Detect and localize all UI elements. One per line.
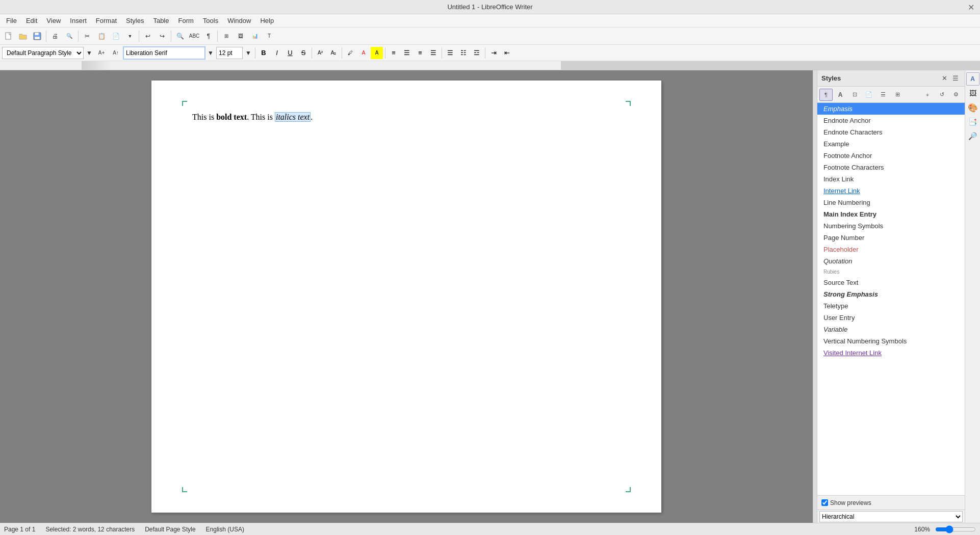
- document-area[interactable]: This is bold text. This is italics text.: [0, 70, 813, 523]
- open-button[interactable]: [16, 30, 30, 43]
- style-list-item[interactable]: Footnote Anchor: [817, 150, 965, 162]
- bold-button[interactable]: B: [257, 47, 270, 59]
- style-list-item[interactable]: Variable: [817, 324, 965, 335]
- style-combo-arrow[interactable]: ▼: [85, 46, 94, 60]
- styles-list[interactable]: EmphasisEndnote AnchorEndnote Characters…: [817, 103, 965, 495]
- style-list-item[interactable]: Endnote Anchor: [817, 115, 965, 126]
- find-button[interactable]: 🔍: [173, 30, 187, 43]
- style-list-item[interactable]: Example: [817, 138, 965, 150]
- outline-button[interactable]: ☲: [471, 47, 483, 59]
- update-style-button[interactable]: ↺: [935, 89, 948, 101]
- styles-menu-button[interactable]: ☰: [950, 73, 961, 84]
- font-combo-arrow[interactable]: ▼: [206, 46, 215, 60]
- style-list-item[interactable]: Internet Link: [817, 185, 965, 197]
- superscript-button[interactable]: A²: [314, 47, 326, 59]
- style-list-item[interactable]: Source Text: [817, 277, 965, 288]
- increase-indent-button[interactable]: ⇥: [487, 47, 500, 59]
- style-list-item[interactable]: Teletype: [817, 300, 965, 312]
- styles-close-button[interactable]: ✕: [939, 73, 949, 84]
- list-styles-button[interactable]: ☰: [876, 89, 890, 101]
- style-list-item[interactable]: Page Number: [817, 232, 965, 244]
- zoom-slider[interactable]: [935, 525, 976, 533]
- styles-settings-button[interactable]: ⚙: [949, 89, 963, 101]
- page-styles-button[interactable]: 📄: [862, 89, 875, 101]
- menu-window[interactable]: Window: [223, 16, 255, 25]
- style-list-item[interactable]: Line Numbering: [817, 197, 965, 208]
- insert-chart-button[interactable]: 📊: [248, 30, 262, 43]
- style-list-item[interactable]: Placeholder: [817, 244, 965, 255]
- style-list-item[interactable]: User Entry: [817, 312, 965, 324]
- char-highlight-button[interactable]: 🖊: [344, 47, 356, 59]
- gallery-button[interactable]: 🖼: [966, 87, 979, 100]
- style-list-item[interactable]: Index Link: [817, 173, 965, 185]
- font-size-input[interactable]: [216, 47, 243, 59]
- document-paragraph[interactable]: This is bold text. This is italics text.: [192, 111, 621, 123]
- style-list-item[interactable]: Rubies: [817, 267, 965, 277]
- paste-button[interactable]: 📄: [109, 30, 122, 43]
- decrease-indent-button[interactable]: ⇤: [501, 47, 513, 59]
- panel-divider[interactable]: [813, 70, 817, 523]
- style-list-item[interactable]: Emphasis: [817, 103, 965, 115]
- char-styles-button[interactable]: A: [834, 89, 847, 101]
- paste-options-button[interactable]: ▼: [123, 30, 137, 43]
- highlight-button[interactable]: A: [371, 47, 383, 59]
- print-button[interactable]: 🖨: [48, 30, 62, 43]
- styles-sidebar-button[interactable]: A: [966, 72, 979, 86]
- menu-view[interactable]: View: [42, 16, 65, 25]
- new-button[interactable]: [2, 30, 15, 43]
- list-unordered-button[interactable]: ☰: [444, 47, 456, 59]
- align-right-button[interactable]: ≡: [414, 47, 426, 59]
- format-marks-button[interactable]: ¶: [202, 30, 215, 43]
- style-list-item[interactable]: Footnote Characters: [817, 162, 965, 173]
- menu-form[interactable]: Form: [174, 16, 197, 25]
- styles-category-dropdown[interactable]: Hierarchical: [819, 511, 963, 522]
- menu-table[interactable]: Table: [149, 16, 173, 25]
- size-combo-arrow[interactable]: ▼: [244, 46, 253, 60]
- strikethrough-button[interactable]: S: [297, 47, 310, 59]
- list-ordered-button[interactable]: ☷: [457, 47, 470, 59]
- preview-button[interactable]: 🔍: [63, 30, 76, 43]
- style-list-item[interactable]: Vertical Numbering Symbols: [817, 335, 965, 347]
- menu-format[interactable]: Format: [92, 16, 121, 25]
- font-name-input[interactable]: [123, 47, 205, 59]
- new-style-button[interactable]: A+: [95, 46, 108, 60]
- style-list-item[interactable]: Strong Emphasis: [817, 288, 965, 300]
- undo-button[interactable]: ↩: [141, 30, 154, 43]
- table-styles-button[interactable]: ⊞: [891, 89, 904, 101]
- save-button[interactable]: [31, 30, 44, 43]
- align-center-button[interactable]: ☰: [401, 47, 413, 59]
- color-picker-button[interactable]: 🎨: [966, 101, 979, 114]
- frame-styles-button[interactable]: ⊡: [848, 89, 861, 101]
- insert-textbox-button[interactable]: T: [263, 30, 276, 43]
- close-button[interactable]: ✕: [966, 2, 976, 12]
- spellcheck-button[interactable]: ABC: [188, 30, 201, 43]
- style-list-item[interactable]: Visited Internet Link: [817, 347, 965, 359]
- navigator-button[interactable]: 📑: [966, 115, 979, 128]
- italic-button[interactable]: I: [271, 47, 283, 59]
- subscript-button[interactable]: A₂: [327, 47, 340, 59]
- show-previews-checkbox[interactable]: [821, 499, 828, 506]
- menu-help[interactable]: Help: [256, 16, 278, 25]
- new-style-from-selection-button[interactable]: +: [921, 89, 934, 101]
- insert-table-button[interactable]: ⊞: [220, 30, 233, 43]
- menu-tools[interactable]: Tools: [199, 16, 222, 25]
- style-list-item[interactable]: Endnote Characters: [817, 126, 965, 138]
- cut-button[interactable]: ✂: [81, 30, 94, 43]
- update-style-button[interactable]: A↑: [109, 46, 122, 60]
- align-left-button[interactable]: ≡: [388, 47, 400, 59]
- underline-button[interactable]: U: [284, 47, 296, 59]
- style-list-item[interactable]: Quotation: [817, 255, 965, 267]
- style-list-item[interactable]: Numbering Symbols: [817, 220, 965, 232]
- menu-file[interactable]: File: [2, 16, 21, 25]
- menu-styles[interactable]: Styles: [122, 16, 148, 25]
- copy-button[interactable]: 📋: [95, 30, 108, 43]
- paragraph-style-combo[interactable]: Default Paragraph Style: [2, 47, 84, 59]
- insert-image-button[interactable]: 🖼: [234, 30, 247, 43]
- menu-insert[interactable]: Insert: [66, 16, 91, 25]
- para-styles-button[interactable]: ¶: [819, 89, 833, 101]
- justify-button[interactable]: ☰: [427, 47, 440, 59]
- font-color-button[interactable]: A: [357, 47, 370, 59]
- style-list-item[interactable]: Main Index Entry: [817, 208, 965, 220]
- menu-edit[interactable]: Edit: [22, 16, 41, 25]
- styles-inspector-button[interactable]: 🔎: [966, 129, 979, 143]
